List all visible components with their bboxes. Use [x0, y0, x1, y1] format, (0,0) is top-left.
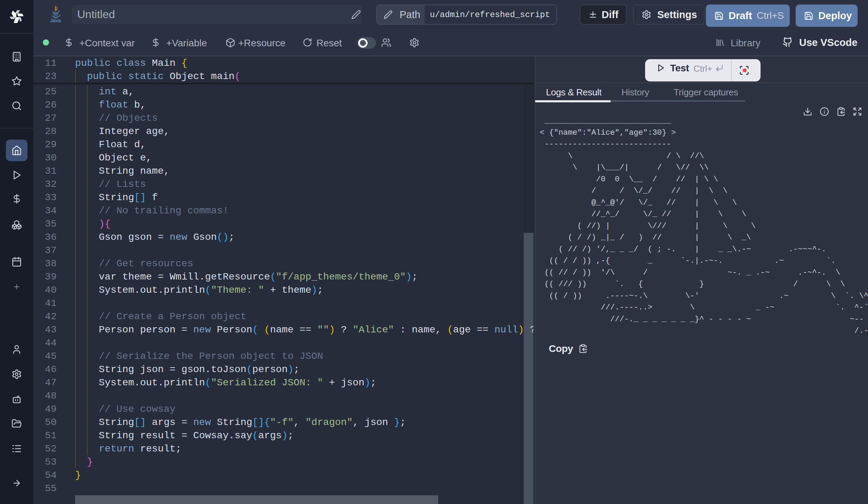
svg-text:Java: Java	[50, 18, 61, 23]
